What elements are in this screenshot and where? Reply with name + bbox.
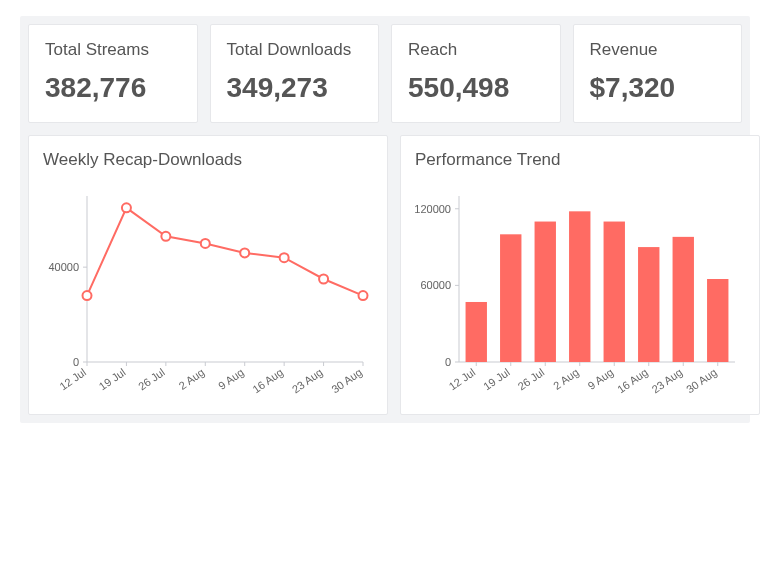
stat-title: Total Streams xyxy=(45,39,181,60)
svg-text:60000: 60000 xyxy=(420,280,451,292)
svg-text:40000: 40000 xyxy=(48,261,79,273)
svg-text:16 Aug: 16 Aug xyxy=(250,366,285,395)
svg-point-22 xyxy=(83,291,92,300)
dashboard-panel: Total Streams 382,776 Total Downloads 34… xyxy=(20,16,750,423)
svg-point-28 xyxy=(319,275,328,284)
svg-rect-54 xyxy=(466,302,487,362)
svg-rect-56 xyxy=(535,222,556,362)
stat-value: $7,320 xyxy=(590,72,726,104)
stat-title: Reach xyxy=(408,39,544,60)
svg-rect-59 xyxy=(638,247,659,362)
stat-value: 550,498 xyxy=(408,72,544,104)
svg-point-24 xyxy=(161,232,170,241)
chart-weekly-recap: Weekly Recap-Downloads 04000012 Jul19 Ju… xyxy=(28,135,388,415)
svg-point-26 xyxy=(240,249,249,258)
svg-rect-60 xyxy=(673,237,694,362)
chart-title: Weekly Recap-Downloads xyxy=(43,150,373,170)
svg-text:2 Aug: 2 Aug xyxy=(176,366,206,392)
svg-text:30 Aug: 30 Aug xyxy=(329,366,364,395)
svg-text:16 Aug: 16 Aug xyxy=(615,366,650,395)
svg-text:9 Aug: 9 Aug xyxy=(216,366,246,392)
chart-title: Performance Trend xyxy=(415,150,745,170)
svg-point-23 xyxy=(122,204,131,213)
svg-point-29 xyxy=(359,291,368,300)
svg-text:120000: 120000 xyxy=(415,203,451,215)
svg-text:0: 0 xyxy=(445,356,451,368)
svg-rect-55 xyxy=(500,235,521,363)
stat-revenue: Revenue $7,320 xyxy=(573,24,743,123)
svg-text:19 Jul: 19 Jul xyxy=(481,366,512,393)
svg-rect-58 xyxy=(604,222,625,362)
chart-performance-trend: Performance Trend 06000012000012 Jul19 J… xyxy=(400,135,760,415)
stats-row: Total Streams 382,776 Total Downloads 34… xyxy=(28,24,742,123)
svg-point-25 xyxy=(201,239,210,248)
svg-text:0: 0 xyxy=(73,356,79,368)
svg-rect-57 xyxy=(569,212,590,363)
stat-value: 382,776 xyxy=(45,72,181,104)
svg-text:23 Aug: 23 Aug xyxy=(290,366,325,395)
svg-text:12 Jul: 12 Jul xyxy=(57,366,88,393)
svg-point-27 xyxy=(280,253,289,262)
stat-title: Total Downloads xyxy=(227,39,363,60)
stat-title: Revenue xyxy=(590,39,726,60)
performance-trend-chart: 06000012000012 Jul19 Jul26 Jul2 Aug9 Aug… xyxy=(415,176,745,406)
svg-text:26 Jul: 26 Jul xyxy=(515,366,546,393)
svg-text:12 Jul: 12 Jul xyxy=(446,366,477,393)
svg-text:30 Aug: 30 Aug xyxy=(684,366,719,395)
svg-text:2 Aug: 2 Aug xyxy=(551,366,581,392)
weekly-recap-chart: 04000012 Jul19 Jul26 Jul2 Aug9 Aug16 Aug… xyxy=(43,176,373,406)
svg-text:26 Jul: 26 Jul xyxy=(136,366,167,393)
svg-text:23 Aug: 23 Aug xyxy=(649,366,684,395)
stat-value: 349,273 xyxy=(227,72,363,104)
svg-rect-61 xyxy=(707,279,728,362)
svg-text:9 Aug: 9 Aug xyxy=(585,366,615,392)
svg-text:19 Jul: 19 Jul xyxy=(97,366,128,393)
stat-total-downloads: Total Downloads 349,273 xyxy=(210,24,380,123)
stat-reach: Reach 550,498 xyxy=(391,24,561,123)
charts-row: Weekly Recap-Downloads 04000012 Jul19 Ju… xyxy=(28,135,742,415)
stat-total-streams: Total Streams 382,776 xyxy=(28,24,198,123)
